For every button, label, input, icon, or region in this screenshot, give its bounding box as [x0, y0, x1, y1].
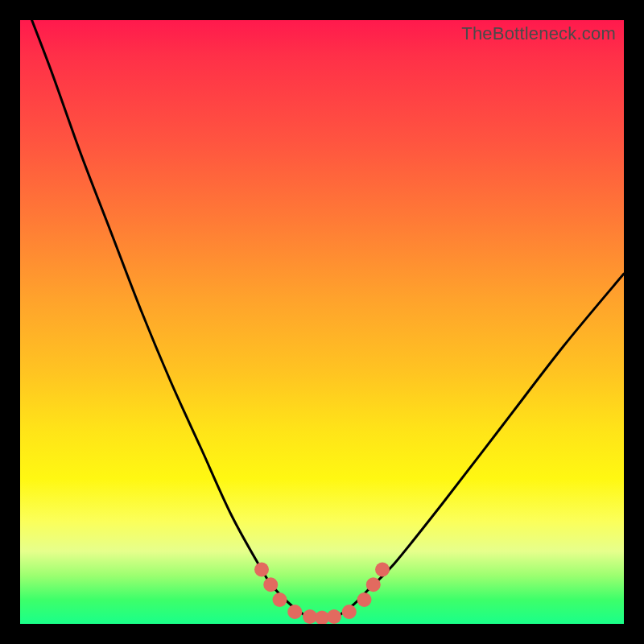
- highlight-dot: [254, 563, 269, 577]
- highlight-dot: [366, 577, 381, 592]
- highlight-dot: [263, 577, 278, 592]
- highlight-dot: [327, 609, 341, 624]
- highlight-dot: [375, 563, 390, 577]
- chart-overlay-svg: [20, 20, 624, 624]
- highlight-dot: [357, 592, 372, 607]
- highlight-dot: [287, 605, 302, 619]
- bottleneck-curve: [20, 20, 624, 619]
- highlight-dots-group: [254, 563, 390, 625]
- chart-plot-area: TheBottleneck.com: [20, 20, 624, 624]
- highlight-dot: [342, 605, 357, 619]
- chart-frame: TheBottleneck.com: [0, 0, 644, 644]
- highlight-dot: [273, 592, 287, 607]
